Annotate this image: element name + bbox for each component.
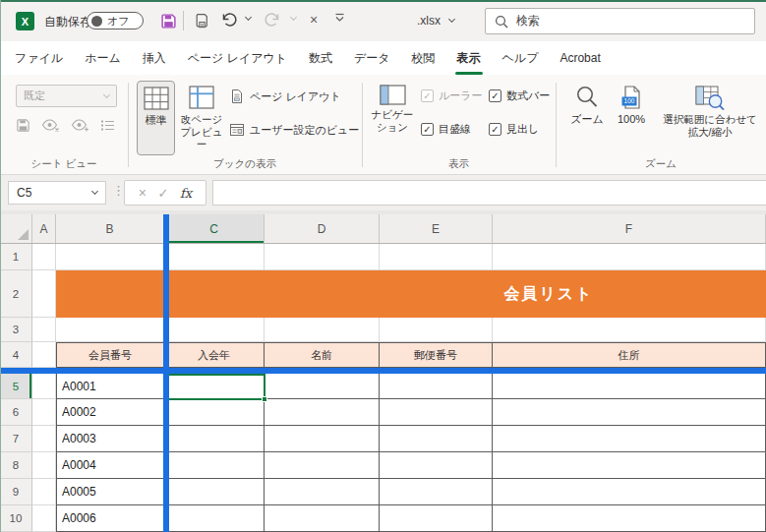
checkbox-formula-bar[interactable]: ✓ 数式バー [489,89,550,103]
tab-formulas[interactable]: 数式 [298,41,343,75]
cell-b4[interactable]: 会員番号 [56,342,164,368]
custom-views-button[interactable]: ユーザー設定のビュー [229,122,359,138]
cancel-button[interactable]: × [310,12,318,28]
cell-e4[interactable]: 郵便番号 [380,342,493,368]
cell-f8[interactable] [493,452,766,479]
cell-d1[interactable] [265,244,380,270]
cell-e6[interactable] [380,399,493,426]
sheet-view-options-icon[interactable] [100,119,115,132]
cell-e8[interactable] [380,452,493,479]
zoom-to-selection-button[interactable]: 選択範囲に合わせて 拡大/縮小 [655,81,765,155]
cell-f1[interactable] [493,244,766,270]
cell-a7[interactable] [32,426,56,452]
insert-function-button[interactable]: fx [180,186,192,201]
cell-e9[interactable] [380,479,493,505]
autosave-toggle[interactable]: オフ [87,12,144,30]
redo-dropdown-chevron[interactable] [288,18,296,20]
cell-a9[interactable] [32,479,56,505]
tab-view[interactable]: 表示 [446,41,492,75]
redo-button[interactable] [264,12,281,28]
cell-b1[interactable] [56,244,164,270]
column-header-d[interactable]: D [265,214,380,243]
row-header-6[interactable]: 6 [0,399,32,426]
cell-e10[interactable] [380,505,493,532]
column-header-b[interactable]: B [56,214,164,243]
tab-page-layout[interactable]: ページ レイアウト [177,41,298,75]
checkbox-headings[interactable]: ✓ 見出し [489,122,539,137]
tab-file[interactable]: ファイル [4,41,74,75]
formula-input[interactable] [212,180,766,206]
tab-acrobat[interactable]: Acrobat [549,41,611,75]
exit-sheet-view-icon[interactable] [41,118,60,133]
cell-d8[interactable] [265,452,380,479]
cell-a5[interactable] [32,374,56,399]
undo-button[interactable] [220,12,238,28]
cell-c7[interactable] [164,426,265,452]
zoom-button[interactable]: ズーム [566,81,608,155]
tab-data[interactable]: データ [343,41,401,75]
cell-a10[interactable] [32,505,56,532]
row-header-5[interactable]: 5 [0,374,32,399]
cell-f10[interactable] [493,505,766,532]
column-header-c[interactable]: C [164,214,265,243]
save-button[interactable] [157,9,179,32]
print-preview-button[interactable] [191,9,212,32]
cell-b5[interactable]: A0001 [56,374,164,399]
tab-review[interactable]: 校閲 [401,41,446,75]
cell-e7[interactable] [380,426,493,452]
cell-a3[interactable] [32,318,56,342]
cell-b6[interactable]: A0002 [56,399,164,426]
cell-c3[interactable] [164,318,265,342]
cell-f7[interactable] [493,426,766,452]
document-title[interactable]: .xlsx [417,14,454,28]
checkbox-ruler[interactable]: ✓ ルーラー [421,89,483,103]
cell-b7[interactable]: A0003 [56,426,164,452]
cell-c1[interactable] [164,244,265,270]
cell-a1[interactable] [32,244,56,270]
cell-d9[interactable] [265,479,380,505]
tab-insert[interactable]: 挿入 [132,41,177,75]
name-box[interactable]: C5 [8,181,106,205]
checkbox-gridlines[interactable]: ✓ 目盛線 [421,122,471,137]
cell-a6[interactable] [32,399,56,426]
row-header-2[interactable]: 2 [0,270,32,318]
cell-c8[interactable] [164,452,265,479]
select-all-corner[interactable] [0,214,32,243]
column-header-a[interactable]: A [32,214,56,243]
row-header-10[interactable]: 10 [0,505,32,532]
tab-help[interactable]: ヘルプ [492,41,550,75]
cell-d4[interactable]: 名前 [265,342,380,368]
confirm-entry-button[interactable]: ✓ [158,186,169,201]
column-header-e[interactable]: E [380,214,493,243]
cell-d6[interactable] [265,399,380,426]
cell-c10[interactable] [164,505,265,532]
row-header-1[interactable]: 1 [0,244,32,270]
page-break-preview-button[interactable]: 改ページ プレビュー [178,81,225,155]
row-header-3[interactable]: 3 [0,318,32,342]
sheet-view-dropdown[interactable]: 既定 [16,85,117,107]
cell-f6[interactable] [493,399,766,426]
cell-a8[interactable] [32,452,56,479]
cell-f5[interactable] [493,374,766,399]
navigation-button[interactable]: ナビゲー ション [370,81,415,155]
row-header-4[interactable]: 4 [0,342,32,368]
normal-view-button[interactable]: 標準 [137,81,175,155]
cell-a4[interactable] [32,342,56,368]
undo-dropdown-chevron[interactable] [243,18,251,20]
row-header-7[interactable]: 7 [0,426,32,452]
tab-home[interactable]: ホーム [74,41,132,75]
cell-c4[interactable]: 入会年 [164,342,265,368]
cell-b3[interactable] [56,318,164,342]
cell-c9[interactable] [164,479,265,505]
new-sheet-view-icon[interactable] [71,118,89,133]
cell-d10[interactable] [265,505,380,532]
cell-f3[interactable] [493,318,766,342]
zoom-100-button[interactable]: 100 100% [610,81,653,155]
cell-b9[interactable]: A0005 [56,479,164,505]
cell-b8[interactable]: A0004 [56,452,164,479]
cell-d5[interactable] [265,374,380,399]
cell-f4[interactable]: 住所 [493,342,766,368]
cell-e3[interactable] [380,318,493,342]
fill-handle[interactable] [262,396,267,402]
page-layout-view-button[interactable]: ページ レイアウト [229,89,341,104]
